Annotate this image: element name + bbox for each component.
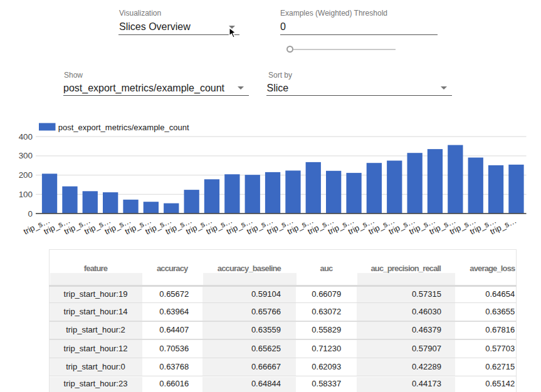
svg-text:post_export_metrics/example_co: post_export_metrics/example_count — [58, 123, 189, 132]
svg-text:100: 100 — [19, 190, 33, 199]
svg-text:400: 400 — [19, 132, 33, 142]
svg-text:300: 300 — [19, 151, 33, 160]
svg-text:200: 200 — [19, 170, 33, 180]
svg-text:0: 0 — [28, 209, 33, 219]
